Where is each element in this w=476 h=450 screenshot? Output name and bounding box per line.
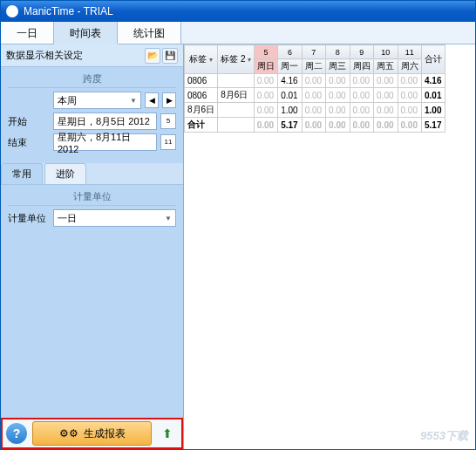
gears-icon: ⚙⚙ [59, 427, 78, 440]
unit-label: 计量单位 [8, 212, 50, 225]
help-button[interactable]: ? [6, 423, 27, 444]
sub-tabs: 常用 进阶 [1, 163, 183, 185]
table-row[interactable]: 08060.004.160.000.000.000.000.004.16 [185, 74, 445, 88]
next-period-button[interactable]: ▶ [162, 92, 176, 108]
table-row[interactable]: 8月6日0.001.000.000.000.000.000.001.00 [185, 103, 445, 118]
left-panel: 数据显示相关设定 📂 💾 跨度 本周 ◀ ▶ 开始 [1, 44, 184, 449]
col-day-11[interactable]: 11 [398, 45, 421, 59]
generate-report-button[interactable]: ⚙⚙ 生成报表 [32, 421, 152, 446]
bottom-bar: ? ⚙⚙ 生成报表 ⬆ [1, 418, 183, 449]
end-calendar-icon[interactable]: 11 [160, 134, 176, 150]
col-total[interactable]: 合计 [421, 45, 445, 74]
export-button[interactable]: ⬆ [157, 423, 178, 444]
end-date-field[interactable]: 星期六，8月11日 2012 [53, 133, 157, 151]
settings-header: 数据显示相关设定 [6, 49, 145, 62]
titlebar: ManicTime - TRIAL [1, 1, 475, 22]
col-day-5[interactable]: 5 [254, 45, 277, 59]
right-panel: 标签标签 2567891011合计周日周一周二周三周四周五周六08060.004… [184, 44, 475, 449]
unit-section-title: 计量单位 [8, 190, 176, 206]
end-label: 结束 [8, 136, 50, 149]
start-date-field[interactable]: 星期日，8月5日 2012 [53, 112, 157, 130]
col-day-6[interactable]: 6 [278, 45, 302, 59]
start-label: 开始 [8, 115, 50, 128]
unit-dropdown[interactable]: 一日 [53, 209, 176, 227]
col-day-7[interactable]: 7 [302, 45, 325, 59]
tab-timesheet[interactable]: 时间表 [54, 22, 118, 44]
open-icon[interactable]: 📂 [145, 48, 160, 64]
period-dropdown[interactable]: 本周 [53, 92, 141, 109]
col-day-9[interactable]: 9 [350, 45, 373, 59]
col-day-10[interactable]: 10 [374, 45, 398, 59]
col-tag2[interactable]: 标签 2 [218, 45, 255, 74]
tab-day[interactable]: 一日 [1, 22, 54, 44]
subtab-advanced[interactable]: 进阶 [44, 163, 86, 184]
prev-period-button[interactable]: ◀ [145, 92, 159, 108]
subtab-common[interactable]: 常用 [1, 163, 43, 184]
col-day-8[interactable]: 8 [326, 45, 350, 59]
window-title: ManicTime - TRIAL [24, 5, 113, 17]
app-icon [6, 5, 18, 17]
table-row[interactable]: 08068月6日0.000.010.000.000.000.000.000.01 [185, 88, 445, 103]
save-icon[interactable]: 💾 [162, 48, 178, 64]
start-calendar-icon[interactable]: 5 [160, 113, 176, 129]
main-tabs: 一日 时间表 统计图 [1, 22, 475, 44]
span-title: 跨度 [8, 72, 176, 88]
timesheet-grid[interactable]: 标签标签 2567891011合计周日周一周二周三周四周五周六08060.004… [184, 44, 445, 133]
tab-stats[interactable]: 统计图 [118, 22, 181, 44]
table-total-row: 合计0.005.170.000.000.000.000.005.17 [185, 118, 445, 133]
col-tag1[interactable]: 标签 [185, 45, 218, 74]
